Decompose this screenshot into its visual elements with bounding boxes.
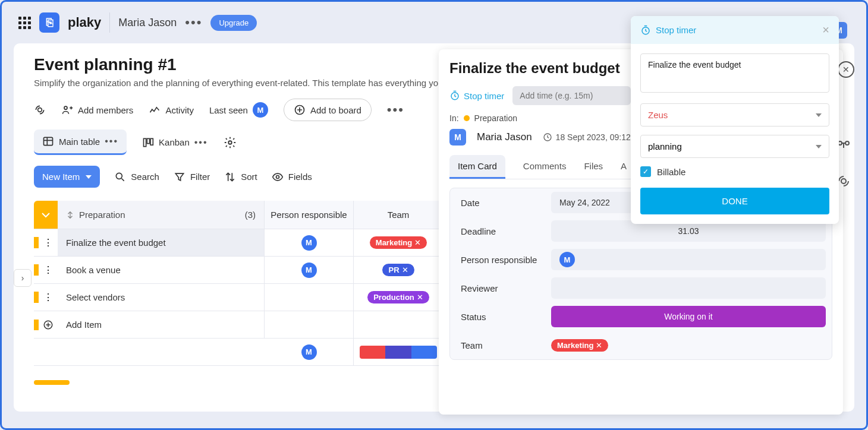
- timestamp: 18 Sept 2023, 09:12: [543, 132, 631, 142]
- expand-sidebar-button[interactable]: ›: [14, 269, 32, 287]
- cell-team[interactable]: Marketing✕: [354, 229, 443, 256]
- tab-activity[interactable]: A: [621, 155, 627, 179]
- svg-rect-6: [150, 138, 153, 145]
- field-label-deadline: Deadline: [450, 226, 551, 236]
- timer-icon: [640, 25, 651, 36]
- more-icon[interactable]: •••: [185, 15, 202, 30]
- add-members-button[interactable]: Add members: [61, 104, 133, 116]
- cell-name[interactable]: Book a venue: [58, 257, 265, 283]
- billable-checkbox[interactable]: ✓Billable: [640, 166, 829, 177]
- chevron-down-icon: [816, 145, 822, 148]
- svg-rect-3: [44, 137, 53, 145]
- tab-item-card[interactable]: Item Card: [449, 155, 505, 179]
- fields-button[interactable]: Fields: [272, 171, 312, 183]
- cell-team[interactable]: PR✕: [354, 257, 443, 283]
- timer-project-select[interactable]: Zeus: [640, 103, 829, 127]
- group-collapse-toggle[interactable]: [34, 201, 58, 229]
- view-kanban[interactable]: Kanban•••: [142, 137, 208, 148]
- cell-name[interactable]: Select vendors: [58, 284, 265, 311]
- close-icon[interactable]: ✕: [838, 61, 854, 78]
- team-summary-bar: [360, 346, 437, 359]
- chevron-down-icon: [86, 175, 92, 179]
- activity-button[interactable]: Activity: [149, 104, 194, 116]
- column-person[interactable]: Person responsible: [265, 201, 354, 229]
- field-value-team[interactable]: Marketing✕: [551, 334, 826, 356]
- svg-point-13: [841, 179, 846, 184]
- cell-name[interactable]: Finalize the event budget: [58, 229, 265, 256]
- filter-button[interactable]: Filter: [174, 171, 210, 183]
- close-icon[interactable]: ×: [822, 23, 829, 37]
- view-main-table[interactable]: Main table •••: [34, 129, 127, 155]
- chevron-down-icon: [816, 113, 822, 117]
- done-button[interactable]: DONE: [640, 188, 829, 214]
- next-group-strip: [34, 380, 70, 385]
- timer-description-input[interactable]: [640, 53, 829, 93]
- automations-button[interactable]: [34, 104, 46, 116]
- tab-files[interactable]: Files: [584, 155, 603, 179]
- cell-person[interactable]: [265, 284, 354, 311]
- field-value-person[interactable]: M: [551, 249, 826, 270]
- timer-popup: Stop timer × Zeus planning ✓Billable DON…: [631, 16, 839, 224]
- column-name[interactable]: Preparation (3): [58, 201, 265, 229]
- timer-tag-select[interactable]: planning: [640, 135, 829, 158]
- field-label-reviewer: Reviewer: [450, 283, 551, 293]
- new-item-button[interactable]: New Item: [34, 166, 100, 188]
- avatar: M: [253, 102, 268, 118]
- field-value-status[interactable]: Working on it: [551, 306, 826, 327]
- add-item-label[interactable]: Add Item: [58, 311, 265, 338]
- upgrade-button[interactable]: Upgrade: [210, 15, 257, 31]
- clock-icon: [543, 132, 552, 142]
- add-to-board-button[interactable]: Add to board: [284, 99, 372, 121]
- tab-comments[interactable]: Comments: [523, 155, 567, 179]
- kanban-more-icon[interactable]: •••: [194, 137, 208, 148]
- svg-rect-4: [144, 138, 146, 146]
- svg-point-7: [228, 141, 232, 144]
- timer-popup-title: Stop timer: [640, 25, 696, 36]
- row-menu-icon[interactable]: ⋮: [39, 264, 58, 276]
- add-icon[interactable]: [43, 320, 54, 330]
- cell-team[interactable]: Production✕: [354, 284, 443, 311]
- field-value-reviewer[interactable]: [551, 277, 826, 299]
- add-time-input[interactable]: [512, 86, 631, 105]
- row-menu-icon[interactable]: ⋮: [39, 237, 58, 248]
- view-more-icon[interactable]: •••: [105, 136, 118, 147]
- search-button[interactable]: Search: [114, 171, 159, 183]
- avatar: M: [301, 344, 317, 360]
- last-seen[interactable]: Last seenM: [209, 102, 268, 118]
- separator: [109, 12, 110, 33]
- author-name: Maria Jason: [477, 131, 532, 143]
- sort-button[interactable]: Sort: [224, 171, 257, 183]
- workspace-name[interactable]: Maria Jason: [118, 17, 177, 29]
- status-dot-icon: [464, 115, 470, 121]
- logo-icon: ⎘: [39, 12, 59, 33]
- svg-rect-5: [147, 138, 149, 143]
- gear-icon[interactable]: [224, 136, 237, 149]
- svg-point-1: [64, 106, 67, 109]
- field-label-date: Date: [450, 198, 551, 208]
- brand-name: plaky: [68, 15, 101, 30]
- row-menu-icon[interactable]: ⋮: [39, 292, 58, 303]
- apps-grid-icon[interactable]: [18, 17, 31, 29]
- field-label-person: Person responsible: [450, 255, 551, 265]
- board-more-icon[interactable]: •••: [387, 102, 404, 118]
- svg-point-0: [38, 108, 42, 112]
- field-label-status: Status: [450, 312, 551, 322]
- column-team[interactable]: Team: [354, 201, 443, 229]
- svg-point-8: [117, 173, 122, 179]
- cell-person[interactable]: M: [265, 257, 354, 283]
- svg-point-12: [845, 141, 849, 145]
- cell-person[interactable]: M: [265, 229, 354, 256]
- svg-point-9: [276, 175, 279, 178]
- field-label-team: Team: [450, 340, 551, 350]
- timer-icon: [449, 90, 460, 101]
- author-avatar: M: [449, 129, 466, 146]
- stop-timer-link[interactable]: Stop timer: [449, 90, 504, 101]
